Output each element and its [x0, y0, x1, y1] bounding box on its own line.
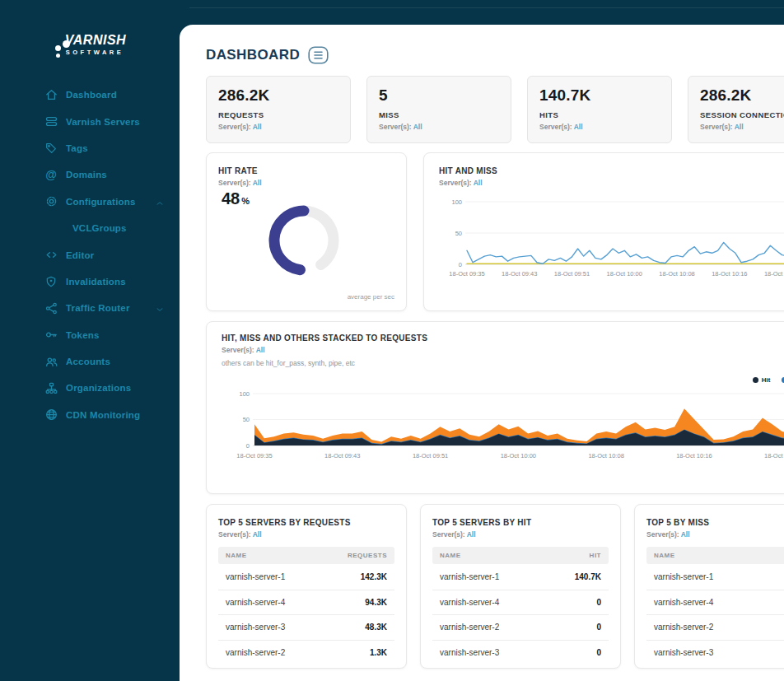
header-divider [189, 7, 784, 8]
logo-line1: VARNISH [0, 33, 180, 48]
sidebar-item-domains[interactable]: @ Domains [0, 161, 180, 188]
page-header: DASHBOARD [206, 46, 784, 64]
table-row[interactable]: varnish-server-1140.7K [432, 565, 609, 590]
gear-icon [44, 194, 58, 209]
chevron-down-icon[interactable] [155, 303, 165, 313]
servers-all-link[interactable]: All [253, 179, 262, 187]
metric-value: 0 [596, 598, 601, 607]
code-icon [44, 248, 58, 263]
table-row[interactable]: varnish-server-40 [432, 590, 609, 616]
sidebar-item-tokens[interactable]: Tokens [0, 322, 180, 348]
sidebar-item-editor[interactable]: Editor [0, 241, 180, 268]
key-icon [44, 328, 58, 343]
content-panel: DASHBOARD 286.2K REQUESTS Server(s): All… [180, 25, 784, 681]
svg-text:18-Oct 09:51: 18-Oct 09:51 [554, 270, 590, 278]
servers-all-link[interactable]: All [253, 123, 262, 131]
svg-text:0: 0 [246, 442, 250, 450]
svg-text:50: 50 [243, 416, 250, 423]
table-row[interactable]: varnish-server-3 [646, 641, 784, 666]
table-body: varnish-server-1140.7Kvarnish-server-40v… [432, 565, 609, 665]
sidebar-item-accounts[interactable]: Accounts [0, 348, 180, 375]
hit-rate-value: 48% [222, 189, 250, 208]
servers-filter: Server(s): All [432, 530, 609, 539]
svg-text:18-Oct 10:00: 18-Oct 10:00 [501, 452, 536, 459]
svg-text:18-Oct 10:25: 18-Oct 10:25 [764, 452, 784, 459]
stacked-row: HIT, MISS AND OTHERS STACKED TO REQUESTS… [206, 321, 784, 494]
svg-text:18-Oct 10:00: 18-Oct 10:00 [607, 270, 642, 278]
table-row[interactable]: varnish-server-494.3K [218, 590, 394, 616]
svg-text:18-Oct 10:25: 18-Oct 10:25 [764, 270, 784, 278]
sidebar: VARNISH SOFTWARE Dashboard Varnish Serve… [0, 0, 180, 681]
servers-all-link[interactable]: All [574, 123, 583, 131]
table-row[interactable]: varnish-server-2 [646, 615, 784, 641]
svg-text:18-Oct 10:08: 18-Oct 10:08 [659, 270, 694, 278]
hamburger-icon[interactable] [308, 46, 329, 64]
sidebar-item-vclgroups[interactable]: VCLGroups [0, 215, 180, 241]
table-body: varnish-server-1varnish-server-4varnish-… [646, 565, 784, 665]
legend-label: Hit [762, 376, 771, 384]
stat-value: 286.2K [700, 86, 784, 105]
servers-filter: Server(s): All [218, 179, 394, 187]
users-icon [44, 354, 58, 369]
svg-text:18-Oct 09:43: 18-Oct 09:43 [324, 452, 360, 459]
sidebar-item-varnish-servers[interactable]: Varnish Servers [0, 108, 180, 134]
column-header: REQUESTS [348, 552, 387, 559]
table-row[interactable]: varnish-server-348.3K [218, 615, 394, 641]
servers-all-link[interactable]: All [467, 530, 476, 539]
servers-icon [44, 114, 58, 129]
sidebar-item-organizations[interactable]: Organizations [0, 375, 180, 401]
server-name: varnish-server-1 [440, 572, 499, 581]
sidebar-item-cdn-monitoring[interactable]: CDN Monitoring [0, 402, 180, 428]
servers-filter: Server(s): All [646, 530, 784, 539]
svg-text:18-Oct 10:08: 18-Oct 10:08 [588, 452, 623, 459]
table-row[interactable]: varnish-server-20 [432, 615, 609, 641]
sidebar-item-invalidations[interactable]: Invalidations [0, 268, 180, 295]
svg-text:50: 50 [455, 230, 462, 237]
table-row[interactable]: varnish-server-4 [646, 590, 784, 616]
card-title: HIT AND MISS [439, 166, 784, 175]
servers-filter: Server(s): All [539, 123, 660, 131]
servers-all-link[interactable]: All [735, 123, 744, 131]
servers-all-link[interactable]: All [413, 123, 422, 131]
table-row[interactable]: varnish-server-21.3K [218, 641, 394, 666]
home-icon [44, 87, 58, 102]
logo-line2: SOFTWARE [0, 49, 180, 56]
servers-all-link[interactable]: All [474, 179, 483, 187]
servers-filter: Server(s): All [379, 123, 499, 131]
stat-label: SESSION CONNECTIONS [700, 110, 784, 119]
charts-row: HIT RATE Server(s): All 48% average per … [206, 152, 784, 311]
table-body: varnish-server-1142.3Kvarnish-server-494… [218, 565, 394, 665]
svg-text:18-Oct 10:16: 18-Oct 10:16 [676, 452, 712, 459]
varnish-logo: VARNISH SOFTWARE [0, 33, 180, 56]
server-name: varnish-server-4 [440, 598, 499, 607]
table-header: NAME [646, 547, 784, 564]
stats-row: 286.2K REQUESTS Server(s): All 5 MISS Se… [206, 76, 784, 143]
servers-filter: Server(s): All [218, 123, 338, 131]
servers-all-link[interactable]: All [681, 530, 690, 539]
top5-hit-card: TOP 5 SERVERS BY HIT Server(s): All NAME… [420, 504, 621, 669]
sidebar-item-tags[interactable]: Tags [0, 135, 180, 161]
sidebar-nav: Dashboard Varnish Servers Tags @ Domains… [0, 82, 180, 428]
legend-item-hit[interactable]: Hit [753, 376, 771, 384]
table-row[interactable]: varnish-server-1 [646, 565, 784, 590]
table-row[interactable]: varnish-server-1142.3K [218, 565, 394, 590]
servers-all-link[interactable]: All [253, 530, 262, 539]
at-icon: @ [44, 167, 58, 182]
metric-value: 94.3K [365, 598, 387, 607]
server-name: varnish-server-3 [226, 623, 285, 632]
chevron-up-icon[interactable] [155, 197, 165, 207]
sidebar-item-traffic-router[interactable]: Traffic Router [0, 295, 180, 321]
card-title: TOP 5 BY MISS [646, 518, 784, 527]
shield-icon [44, 274, 58, 289]
column-header: NAME [226, 552, 247, 559]
server-name: varnish-server-1 [226, 572, 285, 581]
table-row[interactable]: varnish-server-30 [432, 641, 609, 666]
svg-text:18-Oct 09:43: 18-Oct 09:43 [502, 270, 537, 278]
server-name: varnish-server-1 [654, 572, 713, 581]
svg-text:18-Oct 09:51: 18-Oct 09:51 [413, 452, 448, 459]
sidebar-item-dashboard[interactable]: Dashboard [0, 82, 180, 108]
top5-requests-card: TOP 5 SERVERS BY REQUESTS Server(s): All… [206, 504, 407, 669]
sidebar-item-configurations[interactable]: Configurations [0, 189, 180, 215]
metric-value: 1.3K [370, 648, 387, 657]
servers-all-link[interactable]: All [256, 346, 265, 354]
